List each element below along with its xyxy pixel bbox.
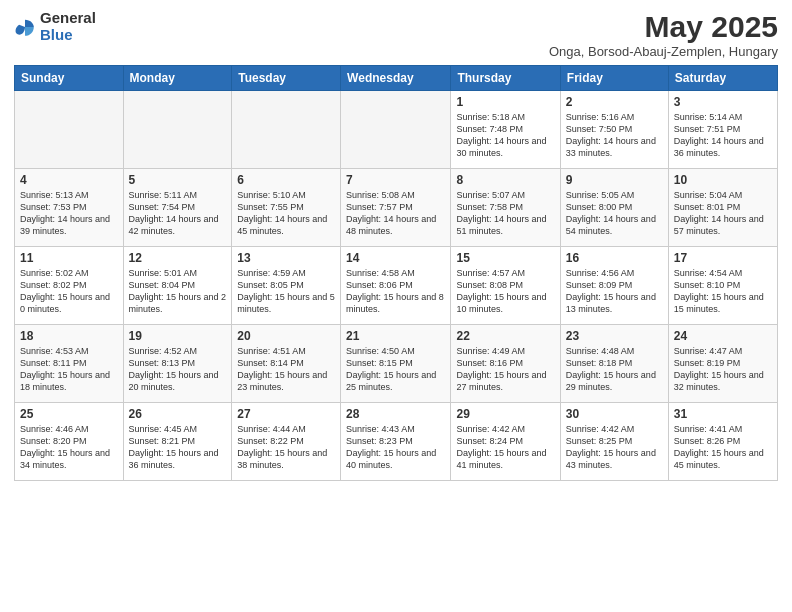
day-number: 16 <box>566 251 663 265</box>
header: General Blue May 2025 Onga, Borsod-Abauj… <box>14 10 778 59</box>
day-info: Sunrise: 4:54 AM Sunset: 8:10 PM Dayligh… <box>674 267 772 316</box>
day-number: 20 <box>237 329 335 343</box>
day-info: Sunrise: 4:52 AM Sunset: 8:13 PM Dayligh… <box>129 345 227 394</box>
header-friday: Friday <box>560 66 668 91</box>
day-cell: 13Sunrise: 4:59 AM Sunset: 8:05 PM Dayli… <box>232 247 341 325</box>
day-cell: 16Sunrise: 4:56 AM Sunset: 8:09 PM Dayli… <box>560 247 668 325</box>
day-info: Sunrise: 4:49 AM Sunset: 8:16 PM Dayligh… <box>456 345 554 394</box>
logo-text: General Blue <box>40 10 96 43</box>
day-number: 15 <box>456 251 554 265</box>
calendar-header: Sunday Monday Tuesday Wednesday Thursday… <box>15 66 778 91</box>
day-info: Sunrise: 4:47 AM Sunset: 8:19 PM Dayligh… <box>674 345 772 394</box>
day-cell: 12Sunrise: 5:01 AM Sunset: 8:04 PM Dayli… <box>123 247 232 325</box>
day-number: 2 <box>566 95 663 109</box>
day-cell: 28Sunrise: 4:43 AM Sunset: 8:23 PM Dayli… <box>341 403 451 481</box>
day-cell: 9Sunrise: 5:05 AM Sunset: 8:00 PM Daylig… <box>560 169 668 247</box>
week-row-1: 4Sunrise: 5:13 AM Sunset: 7:53 PM Daylig… <box>15 169 778 247</box>
day-cell: 23Sunrise: 4:48 AM Sunset: 8:18 PM Dayli… <box>560 325 668 403</box>
day-cell: 25Sunrise: 4:46 AM Sunset: 8:20 PM Dayli… <box>15 403 124 481</box>
day-number: 4 <box>20 173 118 187</box>
week-row-0: 1Sunrise: 5:18 AM Sunset: 7:48 PM Daylig… <box>15 91 778 169</box>
day-info: Sunrise: 5:07 AM Sunset: 7:58 PM Dayligh… <box>456 189 554 238</box>
day-number: 19 <box>129 329 227 343</box>
day-info: Sunrise: 5:11 AM Sunset: 7:54 PM Dayligh… <box>129 189 227 238</box>
day-number: 27 <box>237 407 335 421</box>
day-info: Sunrise: 4:41 AM Sunset: 8:26 PM Dayligh… <box>674 423 772 472</box>
day-number: 23 <box>566 329 663 343</box>
day-info: Sunrise: 4:45 AM Sunset: 8:21 PM Dayligh… <box>129 423 227 472</box>
header-saturday: Saturday <box>668 66 777 91</box>
day-info: Sunrise: 4:51 AM Sunset: 8:14 PM Dayligh… <box>237 345 335 394</box>
title-block: May 2025 Onga, Borsod-Abauj-Zemplen, Hun… <box>549 10 778 59</box>
day-cell: 31Sunrise: 4:41 AM Sunset: 8:26 PM Dayli… <box>668 403 777 481</box>
day-cell: 29Sunrise: 4:42 AM Sunset: 8:24 PM Dayli… <box>451 403 560 481</box>
day-info: Sunrise: 4:53 AM Sunset: 8:11 PM Dayligh… <box>20 345 118 394</box>
day-number: 28 <box>346 407 445 421</box>
day-info: Sunrise: 5:10 AM Sunset: 7:55 PM Dayligh… <box>237 189 335 238</box>
day-info: Sunrise: 4:56 AM Sunset: 8:09 PM Dayligh… <box>566 267 663 316</box>
day-info: Sunrise: 4:43 AM Sunset: 8:23 PM Dayligh… <box>346 423 445 472</box>
day-number: 24 <box>674 329 772 343</box>
day-cell <box>15 91 124 169</box>
day-cell <box>232 91 341 169</box>
day-info: Sunrise: 4:42 AM Sunset: 8:24 PM Dayligh… <box>456 423 554 472</box>
header-sunday: Sunday <box>15 66 124 91</box>
day-cell: 17Sunrise: 4:54 AM Sunset: 8:10 PM Dayli… <box>668 247 777 325</box>
day-number: 31 <box>674 407 772 421</box>
day-info: Sunrise: 5:01 AM Sunset: 8:04 PM Dayligh… <box>129 267 227 316</box>
day-cell: 7Sunrise: 5:08 AM Sunset: 7:57 PM Daylig… <box>341 169 451 247</box>
day-info: Sunrise: 4:58 AM Sunset: 8:06 PM Dayligh… <box>346 267 445 316</box>
day-info: Sunrise: 5:04 AM Sunset: 8:01 PM Dayligh… <box>674 189 772 238</box>
day-cell: 21Sunrise: 4:50 AM Sunset: 8:15 PM Dayli… <box>341 325 451 403</box>
day-number: 18 <box>20 329 118 343</box>
day-cell: 20Sunrise: 4:51 AM Sunset: 8:14 PM Dayli… <box>232 325 341 403</box>
calendar-subtitle: Onga, Borsod-Abauj-Zemplen, Hungary <box>549 44 778 59</box>
header-thursday: Thursday <box>451 66 560 91</box>
day-number: 1 <box>456 95 554 109</box>
day-cell: 14Sunrise: 4:58 AM Sunset: 8:06 PM Dayli… <box>341 247 451 325</box>
day-cell: 1Sunrise: 5:18 AM Sunset: 7:48 PM Daylig… <box>451 91 560 169</box>
day-cell: 2Sunrise: 5:16 AM Sunset: 7:50 PM Daylig… <box>560 91 668 169</box>
logo-blue: Blue <box>40 27 96 44</box>
day-cell: 6Sunrise: 5:10 AM Sunset: 7:55 PM Daylig… <box>232 169 341 247</box>
day-info: Sunrise: 4:50 AM Sunset: 8:15 PM Dayligh… <box>346 345 445 394</box>
header-monday: Monday <box>123 66 232 91</box>
header-wednesday: Wednesday <box>341 66 451 91</box>
day-cell: 18Sunrise: 4:53 AM Sunset: 8:11 PM Dayli… <box>15 325 124 403</box>
day-cell: 15Sunrise: 4:57 AM Sunset: 8:08 PM Dayli… <box>451 247 560 325</box>
header-row: Sunday Monday Tuesday Wednesday Thursday… <box>15 66 778 91</box>
day-cell: 22Sunrise: 4:49 AM Sunset: 8:16 PM Dayli… <box>451 325 560 403</box>
day-number: 13 <box>237 251 335 265</box>
calendar-title: May 2025 <box>549 10 778 44</box>
day-cell: 24Sunrise: 4:47 AM Sunset: 8:19 PM Dayli… <box>668 325 777 403</box>
day-number: 11 <box>20 251 118 265</box>
day-cell: 11Sunrise: 5:02 AM Sunset: 8:02 PM Dayli… <box>15 247 124 325</box>
logo: General Blue <box>14 10 96 43</box>
week-row-3: 18Sunrise: 4:53 AM Sunset: 8:11 PM Dayli… <box>15 325 778 403</box>
day-cell: 10Sunrise: 5:04 AM Sunset: 8:01 PM Dayli… <box>668 169 777 247</box>
day-cell: 5Sunrise: 5:11 AM Sunset: 7:54 PM Daylig… <box>123 169 232 247</box>
week-row-4: 25Sunrise: 4:46 AM Sunset: 8:20 PM Dayli… <box>15 403 778 481</box>
day-number: 3 <box>674 95 772 109</box>
header-tuesday: Tuesday <box>232 66 341 91</box>
day-info: Sunrise: 4:59 AM Sunset: 8:05 PM Dayligh… <box>237 267 335 316</box>
calendar-body: 1Sunrise: 5:18 AM Sunset: 7:48 PM Daylig… <box>15 91 778 481</box>
day-number: 30 <box>566 407 663 421</box>
day-number: 29 <box>456 407 554 421</box>
day-number: 5 <box>129 173 227 187</box>
day-number: 26 <box>129 407 227 421</box>
day-info: Sunrise: 4:48 AM Sunset: 8:18 PM Dayligh… <box>566 345 663 394</box>
day-info: Sunrise: 4:46 AM Sunset: 8:20 PM Dayligh… <box>20 423 118 472</box>
day-info: Sunrise: 5:02 AM Sunset: 8:02 PM Dayligh… <box>20 267 118 316</box>
day-info: Sunrise: 4:44 AM Sunset: 8:22 PM Dayligh… <box>237 423 335 472</box>
day-number: 10 <box>674 173 772 187</box>
day-number: 9 <box>566 173 663 187</box>
logo-general: General <box>40 10 96 27</box>
day-number: 12 <box>129 251 227 265</box>
day-info: Sunrise: 4:57 AM Sunset: 8:08 PM Dayligh… <box>456 267 554 316</box>
page: General Blue May 2025 Onga, Borsod-Abauj… <box>0 0 792 612</box>
day-cell: 8Sunrise: 5:07 AM Sunset: 7:58 PM Daylig… <box>451 169 560 247</box>
day-info: Sunrise: 5:14 AM Sunset: 7:51 PM Dayligh… <box>674 111 772 160</box>
day-info: Sunrise: 5:08 AM Sunset: 7:57 PM Dayligh… <box>346 189 445 238</box>
day-cell: 27Sunrise: 4:44 AM Sunset: 8:22 PM Dayli… <box>232 403 341 481</box>
